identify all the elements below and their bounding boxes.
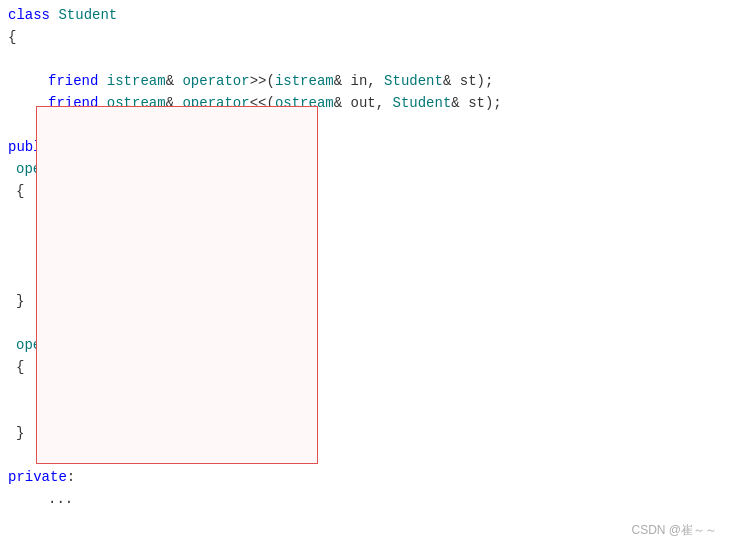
class-name: Student	[58, 4, 117, 26]
code-line-10: if (name == “aaa”)	[0, 202, 729, 224]
op-sym-2: <<(	[250, 92, 275, 114]
colon-public: :	[58, 136, 66, 158]
op-2: operator	[182, 92, 249, 114]
code-line-22: private:	[0, 466, 729, 488]
op-bool: operator	[16, 158, 92, 180]
code-line-14: }	[0, 290, 729, 312]
str-aaa: “aaa”	[165, 202, 207, 224]
kw-friend-1: friend	[48, 70, 107, 92]
brace-bool-open: {	[16, 180, 24, 202]
code-line-20: }	[0, 422, 729, 444]
op-int: operator	[16, 334, 92, 356]
param-st-2: st);	[468, 92, 502, 114]
amp-3: &	[443, 70, 460, 92]
type-int: int	[92, 334, 117, 356]
kw-else: else	[64, 246, 98, 268]
code-line-8: operator bool()	[0, 158, 729, 180]
istream-1: istream	[107, 70, 166, 92]
code-line-21	[0, 444, 729, 466]
ostream-1: ostream	[107, 92, 166, 114]
code-line-5: friend ostream& operator<<(ostream& out,…	[0, 92, 729, 114]
Student-2: Student	[393, 92, 452, 114]
keyword-class: class	[8, 4, 58, 26]
amp-6: &	[451, 92, 468, 114]
kw-return-true: return	[96, 268, 155, 290]
code-line-19: return 1;	[0, 400, 729, 422]
param-out: out,	[351, 92, 393, 114]
amp-2: &	[334, 70, 351, 92]
paren-if: (name ==	[89, 202, 165, 224]
Student-1: Student	[384, 70, 443, 92]
paren-if-close: )	[207, 202, 215, 224]
brace-int-open: {	[16, 356, 24, 378]
code-line-9: {	[0, 180, 729, 202]
kw-friend-2: friend	[48, 92, 107, 114]
semi-false: ;	[197, 224, 205, 246]
code-line-1: class Student	[0, 4, 729, 26]
op-sym-1: >>(	[250, 70, 275, 92]
code-line-12: else	[0, 246, 729, 268]
brace-open: {	[8, 26, 16, 48]
param-st-1: st);	[460, 70, 494, 92]
type-bool: bool	[92, 158, 126, 180]
code-line-7: public:	[0, 136, 729, 158]
param-in: in,	[351, 70, 385, 92]
code-line-18	[0, 378, 729, 400]
code-line-16: operator int()	[0, 334, 729, 356]
watermark: CSDN @崔～～	[631, 519, 717, 541]
semi-true: ;	[188, 268, 196, 290]
kw-public: public	[8, 136, 58, 158]
kw-private: private	[8, 466, 67, 488]
val-false: false	[155, 224, 197, 246]
code-line-13: return true;	[0, 268, 729, 290]
ostream-2: ostream	[275, 92, 334, 114]
code-line-4: friend istream& operator>>(istream& in, …	[0, 70, 729, 92]
code-line-6	[0, 114, 729, 136]
code-line-17: {	[0, 356, 729, 378]
ellipsis: ...	[48, 488, 73, 510]
amp-5: &	[334, 92, 351, 114]
amp-1: &	[166, 70, 183, 92]
parens-bool: ()	[125, 158, 142, 180]
code-line-23: ...	[0, 488, 729, 510]
kw-return-1: return	[64, 400, 123, 422]
parens-int: ()	[117, 334, 134, 356]
kw-if: if	[64, 202, 89, 224]
brace-int-close: }	[16, 422, 24, 444]
code-line-11: return false;	[0, 224, 729, 246]
kw-return-false: return	[96, 224, 155, 246]
istream-2: istream	[275, 70, 334, 92]
code-line-2: {	[0, 26, 729, 48]
op-1: operator	[182, 70, 249, 92]
amp-4: &	[166, 92, 183, 114]
code-line-3	[0, 48, 729, 70]
colon-private: :	[67, 466, 75, 488]
brace-bool-close: }	[16, 290, 24, 312]
val-1: 1;	[123, 400, 140, 422]
code-line-15	[0, 312, 729, 334]
code-editor: class Student { friend istream& operator…	[0, 0, 729, 549]
val-true: true	[155, 268, 189, 290]
